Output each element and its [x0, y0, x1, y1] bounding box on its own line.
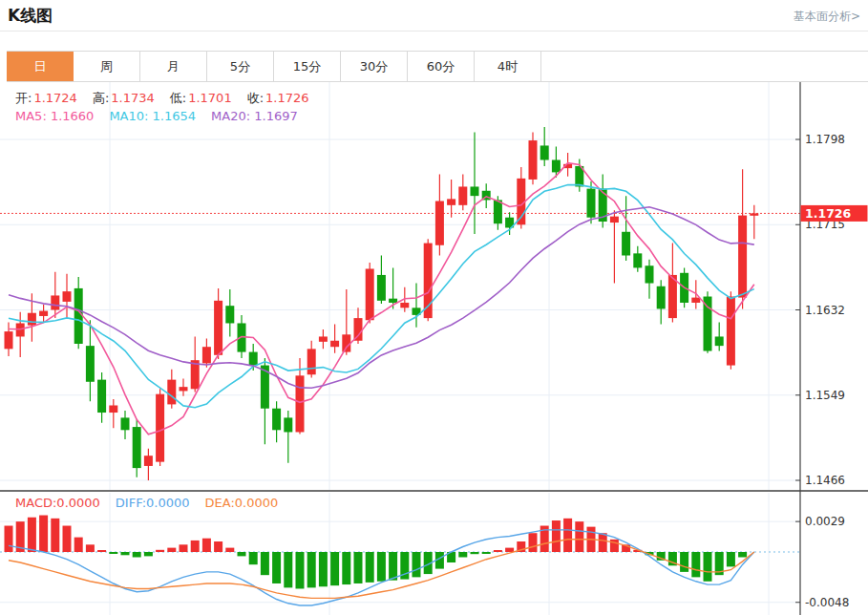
ma5-legend: MA5: 1.1660 [15, 109, 94, 123]
low-legend: 低:1.1701 [170, 91, 232, 105]
dea-value-legend: DEA:0.0000 [205, 496, 279, 510]
svg-text:1.1549: 1.1549 [805, 389, 845, 402]
open-legend: 开:1.1724 [15, 91, 77, 105]
ohlc-legend: 开:1.1724高:1.1734低:1.1701收:1.1726 [15, 90, 325, 107]
svg-text:1.1466: 1.1466 [805, 474, 845, 487]
svg-text:1.1798: 1.1798 [805, 133, 845, 146]
macd-legend: MACD:0.0000DIFF:0.0000DEA:0.0000 [15, 496, 293, 510]
candles [5, 127, 759, 480]
diff-value-legend: DIFF:0.0000 [116, 496, 190, 510]
macd-value-legend: MACD:0.0000 [15, 496, 100, 510]
close-legend: 收:1.1726 [247, 91, 309, 105]
current-price-badge-text: 1.1726 [805, 206, 852, 221]
svg-text:-0.0048: -0.0048 [805, 596, 849, 609]
ma20-legend: MA20: 1.1697 [211, 109, 298, 123]
svg-text:0.0029: 0.0029 [805, 515, 845, 528]
macd-histogram [5, 516, 748, 589]
kline-page: K线图 基本面分析> 日周月5分15分30分60分4时 开:1.1724高:1.… [0, 0, 868, 615]
ma-legend: MA5: 1.1660MA10: 1.1654MA20: 1.1697 [15, 109, 313, 123]
ma10-legend: MA10: 1.1654 [109, 109, 196, 123]
axis-labels: 1.17981.17151.16321.15491.14660.0029-0.0… [795, 133, 849, 609]
svg-text:1.1632: 1.1632 [805, 304, 845, 317]
high-legend: 高:1.1734 [93, 91, 155, 105]
